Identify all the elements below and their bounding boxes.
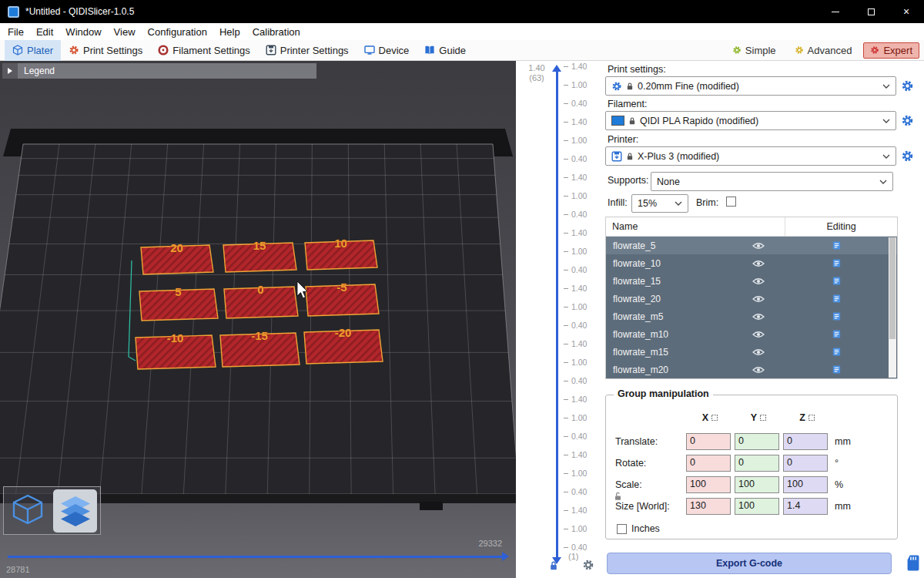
object-row-flowrate_20[interactable]: flowrate_20 — [606, 290, 897, 307]
layer-slider-top-count: (63) — [522, 73, 551, 83]
build-plate — [0, 144, 516, 494]
object-name: flowrate_m15 — [606, 347, 752, 358]
slider-settings-gear-icon[interactable] — [582, 559, 594, 571]
visibility-eye-icon[interactable] — [752, 260, 765, 267]
scrollbar-thumb[interactable] — [889, 237, 896, 339]
layer-tick: 1.00 — [564, 469, 587, 478]
translate-x-input[interactable]: 0 — [686, 433, 731, 450]
object-name: flowrate_m10 — [606, 329, 752, 340]
object-list-header: Name Editing — [606, 217, 897, 237]
printer-combo[interactable]: X-Plus 3 (modified) — [605, 146, 896, 166]
minimize-button[interactable] — [818, 0, 853, 23]
size-world-y-input[interactable]: 100 — [735, 498, 779, 515]
close-button[interactable]: × — [889, 0, 924, 23]
slider-lock-icon[interactable] — [549, 560, 558, 571]
tab-label: Guide — [439, 45, 466, 56]
rotate-z-input[interactable]: 0 — [783, 455, 828, 472]
mode-simple[interactable]: Simple — [725, 42, 783, 59]
solid-view-button[interactable] — [4, 487, 52, 534]
inches-checkbox[interactable] — [617, 524, 627, 534]
editing-icon[interactable] — [832, 294, 842, 304]
visibility-eye-icon[interactable] — [752, 348, 765, 356]
uniform-scale-lock-icon[interactable] — [614, 491, 622, 501]
visibility-eye-icon[interactable] — [752, 242, 765, 250]
mode-advanced[interactable]: Advanced — [788, 42, 859, 59]
viewport-3d[interactable]: 20151050-5-10-15-20 Legend 29332 28781 — [0, 61, 516, 578]
rotate-x-input[interactable]: 0 — [686, 455, 731, 472]
object-row-flowrate_5[interactable]: flowrate_5 — [606, 237, 897, 254]
tab-filament-settings[interactable]: Filament Settings — [150, 40, 257, 61]
menu-file[interactable]: File — [2, 26, 30, 38]
horizontal-layer-slider[interactable] — [8, 556, 503, 558]
object-row-flowrate_15[interactable]: flowrate_15 — [606, 272, 897, 290]
editing-icon[interactable] — [832, 311, 842, 321]
object-row-flowrate_m15[interactable]: flowrate_m15 — [606, 343, 897, 361]
size-world-x-input[interactable]: 130 — [686, 498, 731, 515]
filament-gear-button[interactable] — [901, 114, 914, 127]
translate-z-input[interactable]: 0 — [783, 433, 828, 450]
manipulation-rows: Translate:000mmRotate:000°Scale:10010010… — [606, 431, 897, 517]
print-settings-combo[interactable]: 0.20mm Fine (modified) — [605, 76, 896, 96]
editing-icon[interactable] — [832, 347, 842, 357]
maximize-button[interactable] — [853, 0, 889, 23]
visibility-eye-icon[interactable] — [752, 313, 765, 321]
object-name: flowrate_m5 — [606, 311, 752, 322]
visibility-eye-icon[interactable] — [752, 366, 765, 374]
printer-gear-button[interactable] — [901, 150, 914, 163]
menu-calibration[interactable]: Calibration — [246, 26, 306, 38]
scale-y-input[interactable]: 100 — [735, 476, 779, 493]
layer-slider-up-arrow-icon[interactable] — [552, 65, 561, 72]
object-row-flowrate_m20[interactable]: flowrate_m20 — [606, 361, 897, 378]
object-row-flowrate_m10[interactable]: flowrate_m10 — [606, 325, 897, 343]
supports-combo[interactable]: None — [651, 172, 893, 191]
chevron-down-icon — [675, 201, 682, 206]
visibility-eye-icon[interactable] — [752, 331, 765, 338]
brim-checkbox[interactable] — [726, 197, 736, 207]
layer-tick: 0.40 — [564, 99, 587, 108]
axis-header-y: Y — [735, 412, 783, 423]
layer-slider-track[interactable] — [556, 72, 558, 557]
menu-edit[interactable]: Edit — [30, 26, 59, 38]
object-row-flowrate_m5[interactable]: flowrate_m5 — [606, 307, 897, 325]
editing-icon[interactable] — [832, 240, 842, 250]
editing-icon[interactable] — [832, 329, 842, 339]
export-gcode-button[interactable]: Export G-code — [607, 553, 892, 574]
plate-objects: 20151050-5-10-15-20 — [136, 237, 383, 369]
layers-view-button[interactable] — [53, 489, 97, 533]
object-list-scrollbar[interactable] — [889, 237, 896, 378]
editing-icon[interactable] — [832, 258, 842, 268]
window-title: *Untitled - QIDISlicer-1.0.5 — [25, 6, 134, 17]
horizontal-slider-arrow-icon[interactable] — [502, 552, 509, 561]
axis-box-icon — [759, 414, 767, 422]
visibility-eye-icon[interactable] — [752, 277, 765, 285]
tab-print-settings[interactable]: Print Settings — [61, 40, 150, 61]
tab-plater[interactable]: Plater — [5, 40, 61, 61]
layer-tick: 1.00 — [564, 191, 587, 200]
object-row-flowrate_10[interactable]: flowrate_10 — [606, 254, 897, 272]
object-flow-label: 5 — [175, 285, 181, 298]
menu-window[interactable]: Window — [59, 26, 107, 38]
rotate-y-input[interactable]: 0 — [735, 455, 779, 472]
print-settings-gear-button[interactable] — [901, 79, 914, 92]
tab-guide[interactable]: Guide — [417, 40, 474, 61]
tab-printer-settings[interactable]: Printer Settings — [258, 40, 357, 61]
menu-help[interactable]: Help — [213, 26, 246, 38]
scale-x-input[interactable]: 100 — [686, 476, 731, 493]
visibility-eye-icon[interactable] — [752, 295, 765, 303]
editing-icon[interactable] — [832, 365, 842, 375]
layer-tick: 0.40 — [564, 543, 587, 552]
size-world-z-input[interactable]: 1.4 — [783, 498, 828, 515]
menu-configuration[interactable]: Configuration — [142, 26, 213, 38]
legend-expand-icon[interactable] — [2, 63, 18, 79]
tab-device[interactable]: Device — [357, 40, 417, 61]
editing-icon[interactable] — [832, 276, 842, 286]
mode-expert[interactable]: Expert — [863, 42, 919, 59]
infill-combo[interactable]: 15% — [631, 194, 688, 213]
sd-card-icon[interactable] — [906, 554, 921, 572]
filament-combo[interactable]: QIDI PLA Rapido (modified) — [605, 111, 896, 130]
translate-y-input[interactable]: 0 — [735, 433, 779, 450]
scale-z-input[interactable]: 100 — [783, 476, 828, 493]
filament-label: Filament: — [608, 99, 647, 109]
legend-bar[interactable]: Legend — [2, 63, 316, 79]
menu-view[interactable]: View — [108, 26, 142, 38]
